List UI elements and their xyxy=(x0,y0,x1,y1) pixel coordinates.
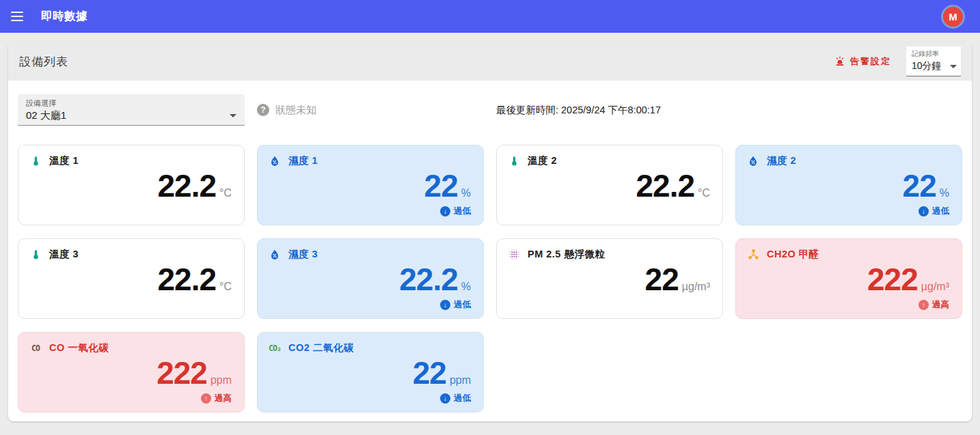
sensor-label: CH2O 甲醛 xyxy=(767,248,819,261)
panel-body: 設備選擇 02 大廳1 ? 狀態未知 最後更新時間: 2025/9/24 下午8… xyxy=(8,81,972,421)
sensor-value: 22.2 xyxy=(158,171,217,201)
sensor-value: 22 xyxy=(645,265,679,295)
alert-badge: ↑ 過高 xyxy=(29,391,232,405)
device-select[interactable]: 設備選擇 02 大廳1 xyxy=(18,94,245,126)
sensor-card: 溫度 3 22.2 °C xyxy=(18,238,245,319)
sensor-unit: % xyxy=(461,187,471,199)
sensor-value: 22.2 xyxy=(399,265,458,295)
status-text: 狀態未知 xyxy=(275,104,316,117)
device-panel: 設備列表 告警設定 記錄頻率 xyxy=(8,42,972,421)
arrow-icon: ↓ xyxy=(918,206,929,216)
page-title: 即時數據 xyxy=(41,9,87,24)
humidity-icon xyxy=(268,156,282,167)
sensor-unit: % xyxy=(940,187,949,199)
record-frequency-select[interactable]: 記錄頻率 10分鐘 xyxy=(906,46,961,76)
sensor-card: 濕度 3 22.2 % ↓ 過低 xyxy=(257,238,484,319)
alert-badge: ↓ 過低 xyxy=(268,298,471,311)
alert-badge-label: 過低 xyxy=(932,206,949,217)
sensor-label: 濕度 3 xyxy=(288,248,318,261)
avatar[interactable]: M xyxy=(941,5,965,29)
sensor-unit: °C xyxy=(219,187,232,199)
sensor-unit: µg/m³ xyxy=(921,281,949,293)
sensor-label: 濕度 1 xyxy=(288,154,318,167)
pm-dots-icon xyxy=(507,249,521,260)
sensor-label: CO 一氧化碳 xyxy=(49,341,109,354)
co2-text-icon: CO₂ xyxy=(268,343,282,353)
siren-icon xyxy=(834,56,845,67)
sensor-label: 溫度 3 xyxy=(49,248,79,261)
humidity-icon xyxy=(746,156,760,167)
sensor-unit: ppm xyxy=(450,374,471,387)
sensor-card: CO CO 一氧化碳 222 ppm ↑ 過高 xyxy=(18,332,245,412)
sensor-label: 濕度 2 xyxy=(767,154,796,167)
sensor-value: 22 xyxy=(424,171,458,201)
sensor-label: 溫度 2 xyxy=(528,154,557,167)
alert-badge-label: 過高 xyxy=(932,299,949,311)
sensor-value: 22.2 xyxy=(158,265,217,295)
alert-badge: ↓ 過低 xyxy=(746,204,949,218)
alarm-settings-button[interactable]: 告警設定 xyxy=(834,55,891,68)
sensor-unit: ppm xyxy=(210,374,232,387)
device-select-value: 02 大廳1 xyxy=(26,109,66,122)
panel-header: 設備列表 告警設定 記錄頻率 xyxy=(8,42,972,81)
alert-badge: ↓ 過低 xyxy=(268,391,471,405)
sensor-value: 222 xyxy=(156,359,207,389)
alert-badge: ↑ 過高 xyxy=(746,298,949,311)
sensor-card: 濕度 1 22 % ↓ 過低 xyxy=(257,145,484,225)
arrow-icon: ↑ xyxy=(201,393,211,404)
controls-row: 設備選擇 02 大廳1 ? 狀態未知 最後更新時間: 2025/9/24 下午8… xyxy=(18,94,962,126)
alarm-settings-label: 告警設定 xyxy=(850,55,891,68)
arrow-icon: ↓ xyxy=(440,206,450,216)
sensor-card: 溫度 2 22.2 °C xyxy=(496,145,723,225)
molecule-icon xyxy=(746,249,760,260)
sensor-card: 溫度 1 22.2 °C xyxy=(18,145,245,225)
record-frequency-label: 記錄頻率 xyxy=(912,49,957,59)
arrow-icon: ↓ xyxy=(440,393,450,404)
sensor-unit: °C xyxy=(219,281,232,293)
arrow-icon: ↓ xyxy=(440,300,450,310)
alert-badge-label: 過低 xyxy=(454,299,471,311)
sensor-label: PM 2.5 懸浮微粒 xyxy=(528,248,605,261)
chevron-down-icon xyxy=(230,114,236,117)
device-select-label: 設備選擇 xyxy=(26,98,236,109)
thermometer-icon xyxy=(507,156,521,166)
alert-badge-label: 過低 xyxy=(454,206,471,217)
sensor-label: CO2 二氧化碳 xyxy=(288,341,354,354)
arrow-icon: ↑ xyxy=(918,300,929,310)
sensor-card: CO₂ CO2 二氧化碳 22 ppm ↓ 過低 xyxy=(257,332,484,412)
sensor-unit: % xyxy=(461,281,471,293)
sensor-card: PM 2.5 懸浮微粒 22 µg/m³ xyxy=(496,238,723,319)
sensor-value: 22 xyxy=(413,359,446,389)
record-frequency-value: 10分鐘 xyxy=(912,60,942,72)
sensor-label: 溫度 1 xyxy=(49,154,79,167)
last-updated-text: 最後更新時間: 2025/9/24 下午8:00:17 xyxy=(496,104,962,117)
co-text-icon: CO xyxy=(29,343,42,353)
question-mark-icon: ? xyxy=(257,104,269,116)
sensor-value: 22.2 xyxy=(636,171,695,201)
thermometer-icon xyxy=(29,249,42,259)
sensor-unit: °C xyxy=(698,187,710,199)
alert-badge-label: 過高 xyxy=(215,393,232,404)
chevron-down-icon xyxy=(950,65,957,68)
sensor-value: 22 xyxy=(903,171,936,201)
device-status: ? 狀態未知 xyxy=(257,104,484,117)
thermometer-icon xyxy=(29,156,42,166)
app-header: 即時數據 M xyxy=(0,0,980,33)
menu-icon[interactable] xyxy=(5,5,29,28)
sensor-card: 濕度 2 22 % ↓ 過低 xyxy=(735,145,962,225)
alert-badge-label: 過低 xyxy=(454,393,471,404)
sensor-value: 222 xyxy=(867,265,918,295)
panel-title: 設備列表 xyxy=(19,54,68,70)
sensor-card: CH2O 甲醛 222 µg/m³ ↑ 過高 xyxy=(735,238,962,319)
alert-badge: ↓ 過低 xyxy=(268,204,471,218)
humidity-icon xyxy=(268,249,282,260)
sensor-cards-grid: 溫度 1 22.2 °C 濕度 1 22 % ↓ 過低 溫度 2 2 xyxy=(18,145,962,412)
sensor-unit: µg/m³ xyxy=(682,281,710,293)
